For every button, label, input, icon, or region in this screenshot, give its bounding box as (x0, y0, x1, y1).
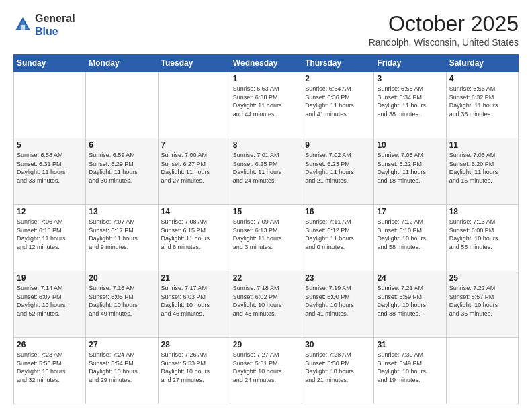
day-number: 8 (233, 140, 299, 150)
day-info: Sunrise: 7:00 AM Sunset: 6:27 PM Dayligh… (161, 151, 227, 185)
col-wednesday: Wednesday (230, 55, 302, 72)
calendar-cell (14, 72, 86, 138)
logo: General Blue (13, 12, 75, 38)
day-number: 14 (161, 207, 227, 216)
day-number: 13 (89, 207, 154, 216)
col-sunday: Sunday (14, 55, 86, 72)
calendar-cell (158, 72, 230, 138)
day-info: Sunrise: 6:53 AM Sunset: 6:38 PM Dayligh… (233, 85, 299, 118)
day-info: Sunrise: 7:19 AM Sunset: 6:00 PM Dayligh… (305, 284, 371, 318)
day-number: 27 (89, 340, 154, 349)
day-number: 9 (305, 140, 371, 150)
calendar-cell: 29Sunrise: 7:27 AM Sunset: 5:51 PM Dayli… (230, 338, 302, 404)
day-info: Sunrise: 7:05 AM Sunset: 6:20 PM Dayligh… (449, 151, 515, 185)
day-number: 3 (377, 74, 443, 83)
calendar-cell: 14Sunrise: 7:08 AM Sunset: 6:15 PM Dayli… (158, 205, 230, 271)
calendar-cell: 3Sunrise: 6:55 AM Sunset: 6:34 PM Daylig… (374, 72, 446, 138)
day-info: Sunrise: 7:11 AM Sunset: 6:12 PM Dayligh… (305, 218, 371, 251)
day-number: 20 (89, 273, 154, 283)
day-info: Sunrise: 6:59 AM Sunset: 6:29 PM Dayligh… (89, 151, 154, 185)
day-info: Sunrise: 7:03 AM Sunset: 6:22 PM Dayligh… (377, 151, 443, 185)
month-title: October 2025 (369, 12, 519, 36)
day-info: Sunrise: 7:22 AM Sunset: 5:57 PM Dayligh… (449, 284, 515, 318)
day-info: Sunrise: 7:18 AM Sunset: 6:02 PM Dayligh… (233, 284, 299, 318)
calendar-cell: 19Sunrise: 7:14 AM Sunset: 6:07 PM Dayli… (14, 271, 86, 338)
calendar-cell: 26Sunrise: 7:23 AM Sunset: 5:56 PM Dayli… (14, 338, 86, 404)
calendar-cell: 10Sunrise: 7:03 AM Sunset: 6:22 PM Dayli… (374, 138, 446, 205)
calendar-cell: 7Sunrise: 7:00 AM Sunset: 6:27 PM Daylig… (158, 138, 230, 205)
day-number: 18 (449, 207, 515, 216)
day-info: Sunrise: 7:23 AM Sunset: 5:56 PM Dayligh… (17, 351, 83, 384)
title-area: October 2025 Randolph, Wisconsin, United… (369, 12, 519, 48)
logo-icon (13, 15, 32, 34)
day-number: 28 (161, 340, 227, 349)
calendar-cell: 5Sunrise: 6:58 AM Sunset: 6:31 PM Daylig… (14, 138, 86, 205)
day-info: Sunrise: 7:07 AM Sunset: 6:17 PM Dayligh… (89, 218, 154, 251)
calendar-table: Sunday Monday Tuesday Wednesday Thursday… (13, 54, 519, 404)
day-info: Sunrise: 7:09 AM Sunset: 6:13 PM Dayligh… (233, 218, 299, 251)
day-info: Sunrise: 7:13 AM Sunset: 6:08 PM Dayligh… (449, 218, 515, 251)
day-number: 19 (17, 273, 83, 283)
day-number: 29 (233, 340, 299, 349)
col-friday: Friday (374, 55, 446, 72)
day-info: Sunrise: 7:27 AM Sunset: 5:51 PM Dayligh… (233, 351, 299, 384)
day-number: 26 (17, 340, 83, 349)
day-number: 24 (377, 273, 443, 283)
day-number: 4 (449, 74, 515, 83)
col-monday: Monday (86, 55, 158, 72)
day-number: 21 (161, 273, 227, 283)
day-info: Sunrise: 6:54 AM Sunset: 6:36 PM Dayligh… (305, 85, 371, 118)
calendar-cell: 20Sunrise: 7:16 AM Sunset: 6:05 PM Dayli… (86, 271, 158, 338)
location: Randolph, Wisconsin, United States (369, 37, 519, 48)
day-number: 11 (449, 140, 515, 150)
logo-blue: Blue (35, 25, 75, 38)
day-number: 12 (17, 207, 83, 216)
svg-rect-2 (21, 25, 25, 30)
day-number: 7 (161, 140, 227, 150)
calendar-cell: 31Sunrise: 7:30 AM Sunset: 5:49 PM Dayli… (374, 338, 446, 404)
calendar-cell: 9Sunrise: 7:02 AM Sunset: 6:23 PM Daylig… (302, 138, 374, 205)
calendar-week-5: 26Sunrise: 7:23 AM Sunset: 5:56 PM Dayli… (14, 338, 519, 404)
calendar-cell: 30Sunrise: 7:28 AM Sunset: 5:50 PM Dayli… (302, 338, 374, 404)
day-number: 5 (17, 140, 83, 150)
calendar-cell: 1Sunrise: 6:53 AM Sunset: 6:38 PM Daylig… (230, 72, 302, 138)
calendar-cell (446, 338, 518, 404)
day-number: 23 (305, 273, 371, 283)
header: General Blue October 2025 Randolph, Wisc… (13, 12, 519, 48)
day-info: Sunrise: 7:28 AM Sunset: 5:50 PM Dayligh… (305, 351, 371, 384)
day-info: Sunrise: 7:12 AM Sunset: 6:10 PM Dayligh… (377, 218, 443, 251)
col-tuesday: Tuesday (158, 55, 230, 72)
calendar-cell: 27Sunrise: 7:24 AM Sunset: 5:54 PM Dayli… (86, 338, 158, 404)
day-info: Sunrise: 7:06 AM Sunset: 6:18 PM Dayligh… (17, 218, 83, 251)
day-info: Sunrise: 7:14 AM Sunset: 6:07 PM Dayligh… (17, 284, 83, 318)
calendar-cell: 2Sunrise: 6:54 AM Sunset: 6:36 PM Daylig… (302, 72, 374, 138)
day-number: 10 (377, 140, 443, 150)
calendar-cell (86, 72, 158, 138)
calendar-cell: 23Sunrise: 7:19 AM Sunset: 6:00 PM Dayli… (302, 271, 374, 338)
calendar-week-3: 12Sunrise: 7:06 AM Sunset: 6:18 PM Dayli… (14, 205, 519, 271)
day-number: 30 (305, 340, 371, 349)
day-info: Sunrise: 7:17 AM Sunset: 6:03 PM Dayligh… (161, 284, 227, 318)
calendar-cell: 15Sunrise: 7:09 AM Sunset: 6:13 PM Dayli… (230, 205, 302, 271)
calendar-cell: 8Sunrise: 7:01 AM Sunset: 6:25 PM Daylig… (230, 138, 302, 205)
day-number: 17 (377, 207, 443, 216)
day-number: 22 (233, 273, 299, 283)
day-number: 16 (305, 207, 371, 216)
calendar-cell: 4Sunrise: 6:56 AM Sunset: 6:32 PM Daylig… (446, 72, 518, 138)
calendar-cell: 11Sunrise: 7:05 AM Sunset: 6:20 PM Dayli… (446, 138, 518, 205)
calendar-cell: 28Sunrise: 7:26 AM Sunset: 5:53 PM Dayli… (158, 338, 230, 404)
calendar-week-1: 1Sunrise: 6:53 AM Sunset: 6:38 PM Daylig… (14, 72, 519, 138)
calendar-cell: 24Sunrise: 7:21 AM Sunset: 5:59 PM Dayli… (374, 271, 446, 338)
day-info: Sunrise: 6:58 AM Sunset: 6:31 PM Dayligh… (17, 151, 83, 185)
col-thursday: Thursday (302, 55, 374, 72)
calendar-cell: 17Sunrise: 7:12 AM Sunset: 6:10 PM Dayli… (374, 205, 446, 271)
day-number: 15 (233, 207, 299, 216)
calendar-cell: 25Sunrise: 7:22 AM Sunset: 5:57 PM Dayli… (446, 271, 518, 338)
calendar-week-4: 19Sunrise: 7:14 AM Sunset: 6:07 PM Dayli… (14, 271, 519, 338)
day-info: Sunrise: 7:24 AM Sunset: 5:54 PM Dayligh… (89, 351, 154, 384)
calendar-cell: 21Sunrise: 7:17 AM Sunset: 6:03 PM Dayli… (158, 271, 230, 338)
day-info: Sunrise: 6:56 AM Sunset: 6:32 PM Dayligh… (449, 85, 515, 118)
calendar-week-2: 5Sunrise: 6:58 AM Sunset: 6:31 PM Daylig… (14, 138, 519, 205)
day-number: 25 (449, 273, 515, 283)
day-info: Sunrise: 7:02 AM Sunset: 6:23 PM Dayligh… (305, 151, 371, 185)
